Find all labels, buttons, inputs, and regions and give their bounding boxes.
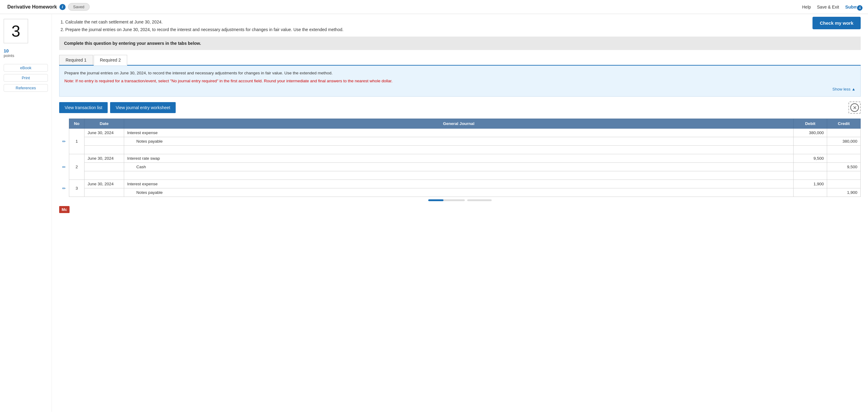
scroll-track[interactable] xyxy=(428,199,465,201)
question-number-box: 3 xyxy=(4,19,28,43)
info-panel-note: Note: If no entry is required for a tran… xyxy=(64,78,856,84)
edit-pencil-icon-3[interactable]: ✏ xyxy=(62,186,66,191)
scroll-track-gray xyxy=(467,199,492,201)
entry-3-line-1-account: Interest expense xyxy=(124,180,794,188)
view-journal-entry-worksheet-button[interactable]: View journal entry worksheet xyxy=(110,102,176,113)
entry-1-line-2-date xyxy=(85,137,124,146)
table-row: ✏ 3 June 30, 2024 Interest expense 1,900 xyxy=(59,180,861,188)
table-row xyxy=(59,171,861,180)
entry-no-3: 3 xyxy=(69,180,85,197)
entry-1-line-2-account: Notes payable xyxy=(124,137,794,146)
entry-1-line-1-account: Interest expense xyxy=(124,129,794,137)
entry-1-spacer-debit xyxy=(794,146,827,154)
help-link[interactable]: Help xyxy=(802,5,811,9)
question-text: Calculate the net cash settlement at Jun… xyxy=(59,19,861,33)
tab-required-1[interactable]: Required 1 xyxy=(59,55,93,65)
entry-2-spacer-account xyxy=(124,171,794,180)
journal-table: No Date General Journal Debit Credit ✏ 1… xyxy=(59,119,861,197)
top-header: Derivative Homework i Saved Help Save & … xyxy=(0,0,868,14)
entry-2-spacer-debit xyxy=(794,171,827,180)
question-item-1: Calculate the net cash settlement at Jun… xyxy=(65,19,861,25)
action-buttons-row: View transaction list View journal entry… xyxy=(59,101,861,114)
entry-1-spacer-credit xyxy=(827,146,861,154)
entry-2-line-1-debit: 9,500 xyxy=(794,154,827,163)
mc-badge-container: Mc xyxy=(59,201,861,213)
table-row: Notes payable 1,900 xyxy=(59,188,861,197)
info-panel: Prepare the journal entries on June 30, … xyxy=(59,66,861,97)
entry-2-line-1-account: Interest rate swap xyxy=(124,154,794,163)
table-row: Cash 9,500 xyxy=(59,163,861,171)
clear-icon-button[interactable]: ✕ xyxy=(848,101,861,114)
header-right: Help Save & Exit Submit xyxy=(802,4,861,9)
save-exit-button[interactable]: Save & Exit xyxy=(817,5,839,9)
entry-1-line-1-credit xyxy=(827,129,861,137)
saved-badge: Saved xyxy=(68,3,90,11)
entry-1-spacer-date xyxy=(85,146,124,154)
content-area: Calculate the net cash settlement at Jun… xyxy=(52,14,868,412)
entry-2-spacer-credit xyxy=(827,171,861,180)
edit-pencil-icon-2[interactable]: ✏ xyxy=(62,165,66,169)
col-general-journal: General Journal xyxy=(124,119,794,129)
entry-3-line-1-debit: 1,900 xyxy=(794,180,827,188)
app-title: Derivative Homework xyxy=(7,4,57,10)
points-value: 10 xyxy=(4,48,48,53)
sidebar: 3 10 points eBook Print References xyxy=(0,14,52,412)
info-panel-text: Prepare the journal entries on June 30, … xyxy=(64,70,856,76)
points-label: points xyxy=(4,53,48,58)
table-row: ✏ 1 June 30, 2024 Interest expense 380,0… xyxy=(59,129,861,137)
references-link[interactable]: References xyxy=(4,84,48,92)
main-layout: 3 10 points eBook Print References Calcu… xyxy=(0,14,868,412)
entry-3-line-2-account: Notes payable xyxy=(124,188,794,197)
tabs-row: Required 1 Required 2 xyxy=(59,55,861,66)
entry-3-line-2-credit: 1,900 xyxy=(827,188,861,197)
entry-3-line-2-date xyxy=(85,188,124,197)
table-row xyxy=(59,146,861,154)
table-row: Notes payable 380,000 xyxy=(59,137,861,146)
mc-badge: Mc xyxy=(59,206,69,213)
entry-1-line-2-credit: 380,000 xyxy=(827,137,861,146)
entry-2-line-1-date: June 30, 2024 xyxy=(85,154,124,163)
print-link[interactable]: Print xyxy=(4,74,48,82)
show-less-link[interactable]: Show less xyxy=(64,86,856,92)
entry-2-line-2-date xyxy=(85,163,124,171)
table-row: ✏ 2 June 30, 2024 Interest rate swap 9,5… xyxy=(59,154,861,163)
question-item-2: Prepare the journal entries on June 30, … xyxy=(65,27,861,33)
tab-required-2[interactable]: Required 2 xyxy=(94,55,127,66)
entry-no-1: 1 xyxy=(69,129,85,154)
sidebar-links: eBook Print References xyxy=(4,64,48,92)
entry-3-line-1-date: June 30, 2024 xyxy=(85,180,124,188)
col-credit: Credit xyxy=(827,119,861,129)
x-circle-icon: ✕ xyxy=(850,103,859,112)
instruction-box: Complete this question by entering your … xyxy=(59,37,861,50)
ebook-link[interactable]: eBook xyxy=(4,64,48,72)
entry-1-line-1-date: June 30, 2024 xyxy=(85,129,124,137)
entry-2-line-1-credit xyxy=(827,154,861,163)
entry-no-2: 2 xyxy=(69,154,85,180)
check-work-badge: 4 xyxy=(857,5,863,11)
col-date: Date xyxy=(85,119,124,129)
instruction-text: Complete this question by entering your … xyxy=(64,41,201,46)
entry-2-line-2-credit: 9,500 xyxy=(827,163,861,171)
entry-1-line-1-debit: 380,000 xyxy=(794,129,827,137)
entry-1-spacer-account xyxy=(124,146,794,154)
entry-1-line-2-debit xyxy=(794,137,827,146)
entry-2-spacer-date xyxy=(85,171,124,180)
view-transaction-list-button[interactable]: View transaction list xyxy=(59,102,108,113)
edit-pencil-icon-1[interactable]: ✏ xyxy=(62,139,66,144)
question-number: 3 xyxy=(11,22,21,40)
header-left: Derivative Homework i Saved xyxy=(7,3,90,11)
show-less-arrow-icon xyxy=(850,87,856,91)
entry-2-line-2-account: Cash xyxy=(124,163,794,171)
scroll-thumb xyxy=(428,199,443,201)
entry-3-line-1-credit xyxy=(827,180,861,188)
col-no: No xyxy=(69,119,85,129)
entry-2-line-2-debit xyxy=(794,163,827,171)
check-my-work-button[interactable]: Check my work xyxy=(812,17,861,29)
col-debit: Debit xyxy=(794,119,827,129)
entry-3-line-2-debit xyxy=(794,188,827,197)
info-icon[interactable]: i xyxy=(60,4,66,10)
